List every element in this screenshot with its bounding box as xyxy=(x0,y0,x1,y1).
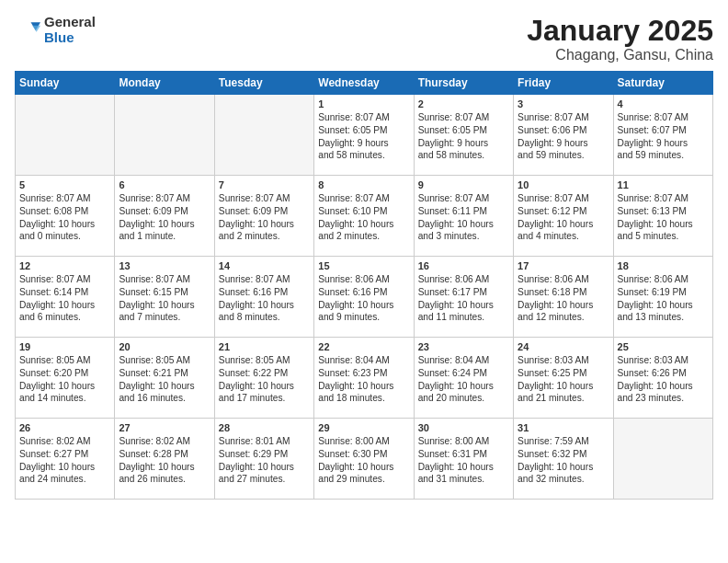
weekday-header-cell: Wednesday xyxy=(314,72,414,95)
calendar-body: 1Sunrise: 8:07 AM Sunset: 6:05 PM Daylig… xyxy=(16,95,713,500)
weekday-header-cell: Friday xyxy=(514,72,613,95)
day-number: 26 xyxy=(19,422,110,433)
calendar-week-row: 5Sunrise: 8:07 AM Sunset: 6:08 PM Daylig… xyxy=(16,176,713,257)
calendar-day-cell: 10Sunrise: 8:07 AM Sunset: 6:12 PM Dayli… xyxy=(514,176,613,257)
day-info: Sunrise: 8:07 AM Sunset: 6:05 PM Dayligh… xyxy=(418,111,509,162)
day-number: 11 xyxy=(618,179,709,190)
logo: General Blue xyxy=(15,15,96,45)
day-number: 5 xyxy=(19,179,110,190)
day-number: 20 xyxy=(119,341,210,352)
day-info: Sunrise: 8:06 AM Sunset: 6:17 PM Dayligh… xyxy=(418,273,509,324)
day-info: Sunrise: 8:05 AM Sunset: 6:20 PM Dayligh… xyxy=(19,354,110,405)
logo-icon xyxy=(15,17,40,43)
calendar-week-row: 26Sunrise: 8:02 AM Sunset: 6:27 PM Dayli… xyxy=(16,419,713,500)
calendar-day-cell: 21Sunrise: 8:05 AM Sunset: 6:22 PM Dayli… xyxy=(214,338,313,419)
day-info: Sunrise: 8:07 AM Sunset: 6:08 PM Dayligh… xyxy=(19,192,110,243)
calendar-day-cell: 2Sunrise: 8:07 AM Sunset: 6:05 PM Daylig… xyxy=(414,95,513,176)
logo-general-text: General xyxy=(44,15,96,30)
calendar-day-cell: 5Sunrise: 8:07 AM Sunset: 6:08 PM Daylig… xyxy=(16,176,115,257)
calendar-day-cell: 14Sunrise: 8:07 AM Sunset: 6:16 PM Dayli… xyxy=(214,257,313,338)
calendar-day-cell: 8Sunrise: 8:07 AM Sunset: 6:10 PM Daylig… xyxy=(314,176,414,257)
day-info: Sunrise: 8:03 AM Sunset: 6:26 PM Dayligh… xyxy=(618,354,709,405)
calendar-title: January 2025 xyxy=(527,15,713,47)
day-info: Sunrise: 8:07 AM Sunset: 6:12 PM Dayligh… xyxy=(518,192,609,243)
day-number: 30 xyxy=(418,422,509,433)
day-number: 31 xyxy=(518,422,609,433)
day-info: Sunrise: 8:05 AM Sunset: 6:22 PM Dayligh… xyxy=(219,354,310,405)
day-info: Sunrise: 8:02 AM Sunset: 6:27 PM Dayligh… xyxy=(19,435,110,486)
calendar-day-cell: 29Sunrise: 8:00 AM Sunset: 6:30 PM Dayli… xyxy=(314,419,414,500)
day-info: Sunrise: 8:07 AM Sunset: 6:15 PM Dayligh… xyxy=(119,273,210,324)
day-info: Sunrise: 8:07 AM Sunset: 6:14 PM Dayligh… xyxy=(19,273,110,324)
calendar-day-cell: 11Sunrise: 8:07 AM Sunset: 6:13 PM Dayli… xyxy=(613,176,712,257)
calendar-day-cell: 13Sunrise: 8:07 AM Sunset: 6:15 PM Dayli… xyxy=(115,257,214,338)
calendar-week-row: 1Sunrise: 8:07 AM Sunset: 6:05 PM Daylig… xyxy=(16,95,713,176)
calendar-day-cell xyxy=(613,419,712,500)
calendar-week-row: 19Sunrise: 8:05 AM Sunset: 6:20 PM Dayli… xyxy=(16,338,713,419)
day-info: Sunrise: 8:04 AM Sunset: 6:23 PM Dayligh… xyxy=(318,354,409,405)
day-info: Sunrise: 8:00 AM Sunset: 6:30 PM Dayligh… xyxy=(318,435,409,486)
day-number: 13 xyxy=(119,260,210,271)
calendar-day-cell: 18Sunrise: 8:06 AM Sunset: 6:19 PM Dayli… xyxy=(613,257,712,338)
weekday-header-cell: Tuesday xyxy=(214,72,313,95)
day-info: Sunrise: 8:00 AM Sunset: 6:31 PM Dayligh… xyxy=(418,435,509,486)
calendar-day-cell: 22Sunrise: 8:04 AM Sunset: 6:23 PM Dayli… xyxy=(314,338,414,419)
calendar-week-row: 12Sunrise: 8:07 AM Sunset: 6:14 PM Dayli… xyxy=(16,257,713,338)
day-number: 3 xyxy=(518,98,609,109)
day-number: 29 xyxy=(318,422,409,433)
calendar-day-cell: 16Sunrise: 8:06 AM Sunset: 6:17 PM Dayli… xyxy=(414,257,513,338)
day-number: 9 xyxy=(418,179,509,190)
day-number: 10 xyxy=(518,179,609,190)
calendar-day-cell: 25Sunrise: 8:03 AM Sunset: 6:26 PM Dayli… xyxy=(613,338,712,419)
day-info: Sunrise: 8:07 AM Sunset: 6:06 PM Dayligh… xyxy=(518,111,609,162)
day-number: 7 xyxy=(219,179,310,190)
day-info: Sunrise: 8:07 AM Sunset: 6:07 PM Dayligh… xyxy=(618,111,709,162)
day-info: Sunrise: 8:07 AM Sunset: 6:09 PM Dayligh… xyxy=(119,192,210,243)
calendar-day-cell: 27Sunrise: 8:02 AM Sunset: 6:28 PM Dayli… xyxy=(115,419,214,500)
day-number: 23 xyxy=(418,341,509,352)
page-header: General Blue January 2025 Chagang, Gansu… xyxy=(15,15,713,63)
day-number: 18 xyxy=(618,260,709,271)
day-number: 28 xyxy=(219,422,310,433)
day-number: 17 xyxy=(518,260,609,271)
day-info: Sunrise: 8:07 AM Sunset: 6:09 PM Dayligh… xyxy=(219,192,310,243)
day-number: 14 xyxy=(219,260,310,271)
day-number: 8 xyxy=(318,179,409,190)
calendar-day-cell xyxy=(214,95,313,176)
weekday-header-cell: Thursday xyxy=(414,72,513,95)
day-number: 2 xyxy=(418,98,509,109)
day-number: 19 xyxy=(19,341,110,352)
weekday-header-row: SundayMondayTuesdayWednesdayThursdayFrid… xyxy=(16,72,713,95)
day-number: 24 xyxy=(518,341,609,352)
day-number: 15 xyxy=(318,260,409,271)
day-info: Sunrise: 8:07 AM Sunset: 6:16 PM Dayligh… xyxy=(219,273,310,324)
day-info: Sunrise: 8:02 AM Sunset: 6:28 PM Dayligh… xyxy=(119,435,210,486)
calendar-day-cell: 28Sunrise: 8:01 AM Sunset: 6:29 PM Dayli… xyxy=(214,419,313,500)
day-info: Sunrise: 8:07 AM Sunset: 6:05 PM Dayligh… xyxy=(318,111,409,162)
day-info: Sunrise: 8:07 AM Sunset: 6:13 PM Dayligh… xyxy=(618,192,709,243)
day-number: 4 xyxy=(618,98,709,109)
calendar-day-cell: 24Sunrise: 8:03 AM Sunset: 6:25 PM Dayli… xyxy=(514,338,613,419)
svg-marker-1 xyxy=(32,25,40,31)
calendar-day-cell: 4Sunrise: 8:07 AM Sunset: 6:07 PM Daylig… xyxy=(613,95,712,176)
day-info: Sunrise: 8:01 AM Sunset: 6:29 PM Dayligh… xyxy=(219,435,310,486)
day-number: 27 xyxy=(119,422,210,433)
calendar-day-cell: 26Sunrise: 8:02 AM Sunset: 6:27 PM Dayli… xyxy=(16,419,115,500)
calendar-day-cell: 17Sunrise: 8:06 AM Sunset: 6:18 PM Dayli… xyxy=(514,257,613,338)
day-info: Sunrise: 8:07 AM Sunset: 6:11 PM Dayligh… xyxy=(418,192,509,243)
calendar-day-cell: 19Sunrise: 8:05 AM Sunset: 6:20 PM Dayli… xyxy=(16,338,115,419)
day-number: 22 xyxy=(318,341,409,352)
day-number: 25 xyxy=(618,341,709,352)
day-info: Sunrise: 8:06 AM Sunset: 6:18 PM Dayligh… xyxy=(518,273,609,324)
logo-text: General Blue xyxy=(44,15,96,45)
calendar-day-cell: 6Sunrise: 8:07 AM Sunset: 6:09 PM Daylig… xyxy=(115,176,214,257)
day-number: 1 xyxy=(318,98,409,109)
calendar-day-cell: 30Sunrise: 8:00 AM Sunset: 6:31 PM Dayli… xyxy=(414,419,513,500)
calendar-day-cell: 1Sunrise: 8:07 AM Sunset: 6:05 PM Daylig… xyxy=(314,95,414,176)
calendar-day-cell: 12Sunrise: 8:07 AM Sunset: 6:14 PM Dayli… xyxy=(16,257,115,338)
day-number: 16 xyxy=(418,260,509,271)
calendar-day-cell: 23Sunrise: 8:04 AM Sunset: 6:24 PM Dayli… xyxy=(414,338,513,419)
calendar-day-cell xyxy=(16,95,115,176)
day-info: Sunrise: 8:06 AM Sunset: 6:19 PM Dayligh… xyxy=(618,273,709,324)
day-info: Sunrise: 7:59 AM Sunset: 6:32 PM Dayligh… xyxy=(518,435,609,486)
